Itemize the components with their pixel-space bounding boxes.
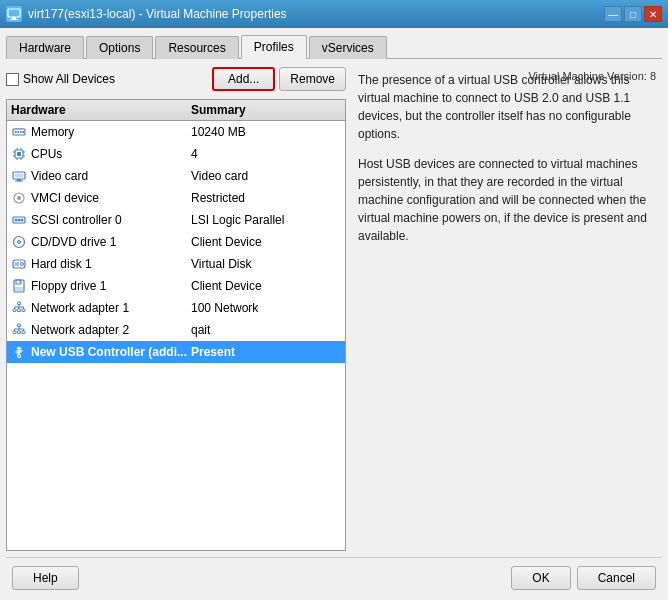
app-icon — [6, 6, 22, 22]
toolbar-row: Show All Devices Add... Remove — [6, 65, 346, 93]
content-area: Show All Devices Add... Remove Hardware … — [6, 65, 662, 551]
svg-rect-5 — [18, 131, 20, 133]
floppy-name: Floppy drive 1 — [31, 279, 191, 293]
col-hardware-label: Hardware — [11, 103, 191, 117]
tab-profiles[interactable]: Profiles — [241, 35, 307, 59]
svg-point-33 — [18, 241, 19, 242]
table-row[interactable]: CPUs 4 — [7, 143, 345, 165]
right-panel: The presence of a virtual USB controller… — [352, 65, 662, 551]
add-button[interactable]: Add... — [212, 67, 275, 91]
cpu-icon — [11, 146, 27, 162]
usb-summary: Present — [191, 345, 341, 359]
table-row[interactable]: Network adapter 2 qait — [7, 319, 345, 341]
maximize-button[interactable]: □ — [624, 6, 642, 22]
svg-rect-44 — [18, 309, 21, 312]
svg-rect-52 — [13, 331, 16, 334]
cddvd-icon — [11, 234, 27, 250]
network1-summary: 100 Network — [191, 301, 341, 315]
vmci-summary: Restricted — [191, 191, 341, 205]
svg-rect-24 — [15, 174, 24, 178]
table-rows: Memory 10240 MB — [7, 121, 345, 363]
help-button[interactable]: Help — [12, 566, 79, 590]
usb-name: New USB Controller (addi... — [31, 345, 191, 359]
title-bar-left: virt177(esxi13-local) - Virtual Machine … — [6, 6, 287, 22]
svg-rect-2 — [10, 19, 18, 20]
remove-button[interactable]: Remove — [279, 67, 346, 91]
table-row[interactable]: Video card Video card — [7, 165, 345, 187]
tab-options[interactable]: Options — [86, 36, 153, 59]
floppy-icon — [11, 278, 27, 294]
network2-name: Network adapter 2 — [31, 323, 191, 337]
video-name: Video card — [31, 169, 191, 183]
table-header: Hardware Summary — [7, 100, 345, 121]
svg-rect-0 — [8, 9, 20, 17]
memory-summary: 10240 MB — [191, 125, 341, 139]
tab-resources[interactable]: Resources — [155, 36, 238, 59]
svg-rect-42 — [18, 302, 21, 305]
svg-rect-7 — [23, 131, 25, 133]
table-row[interactable]: CD/DVD drive 1 Client Device — [7, 231, 345, 253]
disk-summary: Virtual Disk — [191, 257, 341, 271]
svg-rect-41 — [20, 281, 21, 283]
svg-rect-51 — [18, 324, 21, 327]
col-summary-label: Summary — [191, 103, 341, 117]
cddvd-name: CD/DVD drive 1 — [31, 235, 191, 249]
svg-point-65 — [18, 355, 21, 358]
cddvd-summary: Client Device — [191, 235, 341, 249]
window-content: Virtual Machine Version: 8 Hardware Opti… — [0, 28, 668, 600]
table-row[interactable]: New USB Controller (addi... Present — [7, 341, 345, 363]
scsi-icon — [11, 212, 27, 228]
minimize-button[interactable]: — — [604, 6, 622, 22]
show-all-label: Show All Devices — [23, 72, 115, 86]
description-para2: Host USB devices are connected to virtua… — [358, 155, 656, 245]
usb-icon — [11, 344, 27, 360]
bottom-bar: Help OK Cancel — [6, 557, 662, 594]
cpu-summary: 4 — [191, 147, 341, 161]
svg-point-29 — [18, 219, 21, 222]
floppy-summary: Client Device — [191, 279, 341, 293]
svg-rect-40 — [15, 287, 23, 291]
vmci-icon — [11, 190, 27, 206]
left-panel: Show All Devices Add... Remove Hardware … — [6, 65, 346, 551]
tab-vservices[interactable]: vServices — [309, 36, 387, 59]
svg-point-30 — [21, 219, 24, 222]
table-row[interactable]: Memory 10240 MB — [7, 121, 345, 143]
table-row[interactable]: VMCI device Restricted — [7, 187, 345, 209]
cpu-name: CPUs — [31, 147, 191, 161]
svg-rect-63 — [16, 351, 19, 353]
ok-button[interactable]: OK — [511, 566, 570, 590]
svg-rect-4 — [15, 131, 17, 133]
window-controls: — □ ✕ — [604, 6, 662, 22]
svg-rect-53 — [18, 331, 21, 334]
disk-name: Hard disk 1 — [31, 257, 191, 271]
table-row[interactable]: Hard disk 1 Virtual Disk — [7, 253, 345, 275]
show-all-checkbox[interactable] — [6, 73, 19, 86]
svg-point-35 — [21, 263, 24, 266]
close-button[interactable]: ✕ — [644, 6, 662, 22]
video-icon — [11, 168, 27, 184]
title-bar: virt177(esxi13-local) - Virtual Machine … — [0, 0, 668, 28]
network1-name: Network adapter 1 — [31, 301, 191, 315]
table-row[interactable]: Network adapter 1 100 Network — [7, 297, 345, 319]
table-row[interactable]: Floppy drive 1 Client Device — [7, 275, 345, 297]
svg-rect-12 — [17, 152, 21, 156]
svg-rect-54 — [22, 331, 25, 334]
svg-rect-64 — [20, 350, 22, 352]
cancel-button[interactable]: Cancel — [577, 566, 656, 590]
svg-rect-43 — [13, 309, 16, 312]
network2-summary: qait — [191, 323, 341, 337]
show-all-left: Show All Devices — [6, 72, 115, 86]
video-summary: Video card — [191, 169, 341, 183]
svg-rect-6 — [20, 131, 22, 133]
table-row[interactable]: SCSI controller 0 LSI Logic Parallel — [7, 209, 345, 231]
tab-bar: Hardware Options Resources Profiles vSer… — [6, 34, 662, 59]
action-buttons: Add... Remove — [212, 67, 346, 91]
bottom-right: OK Cancel — [511, 566, 656, 590]
svg-rect-1 — [12, 17, 16, 19]
scsi-summary: LSI Logic Parallel — [191, 213, 341, 227]
svg-point-28 — [15, 219, 18, 222]
vm-version-label: Virtual Machine Version: 8 — [528, 70, 656, 82]
scsi-name: SCSI controller 0 — [31, 213, 191, 227]
window-title: virt177(esxi13-local) - Virtual Machine … — [28, 7, 287, 21]
tab-hardware[interactable]: Hardware — [6, 36, 84, 59]
